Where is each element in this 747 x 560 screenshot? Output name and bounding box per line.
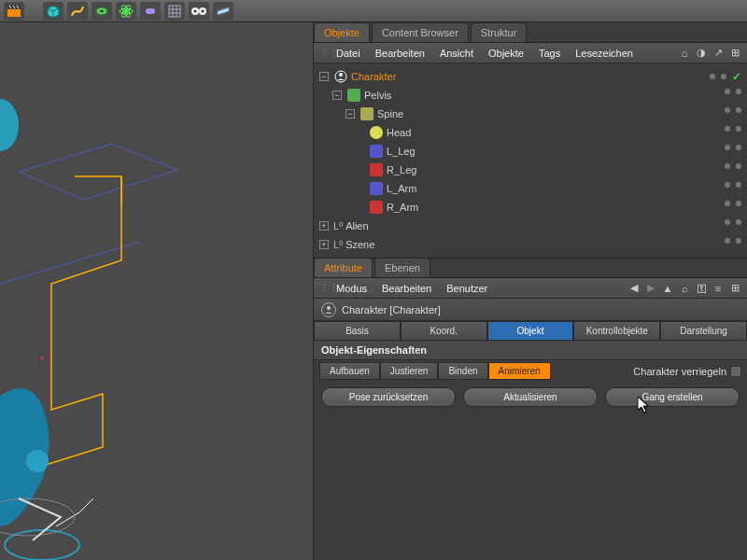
tab-darstellung[interactable]: Darstellung: [660, 321, 747, 341]
tree-label: Charakter: [351, 71, 719, 82]
subtab-animieren[interactable]: Animieren: [488, 362, 551, 380]
svg-point-10: [100, 9, 104, 12]
menu-icon[interactable]: ≡: [712, 282, 725, 295]
tree-scene[interactable]: + L⁰ Szene: [314, 235, 747, 254]
menu-tags[interactable]: Tags: [533, 46, 566, 61]
menu-edit[interactable]: Bearbeiten: [376, 281, 437, 296]
expand-icon[interactable]: +: [319, 240, 329, 249]
tree-label: Pelvis: [364, 90, 719, 101]
top-toolbar: [0, 0, 747, 22]
tree-l-arm[interactable]: L_Arm: [314, 179, 747, 198]
tree-label: Spine: [377, 108, 719, 119]
svg-rect-15: [146, 8, 155, 14]
menu-view[interactable]: Ansicht: [434, 46, 479, 61]
svg-point-38: [327, 306, 331, 310]
expand-icon[interactable]: ⊞: [728, 47, 741, 60]
object-header: Charakter [Charakter]: [314, 299, 747, 321]
bone-icon: [360, 107, 374, 120]
reset-pose-button[interactable]: Pose zurücksetzen: [321, 387, 456, 407]
svg-line-29: [56, 512, 79, 526]
tree-label: Szene: [345, 239, 719, 250]
create-walk-button[interactable]: Gang erstellen: [605, 387, 740, 407]
menu-edit[interactable]: Bearbeiten: [370, 46, 430, 61]
nav-up-icon[interactable]: ▲: [661, 282, 674, 295]
svg-point-33: [26, 450, 49, 472]
tab-content-browser[interactable]: Content Browser: [372, 22, 469, 42]
object-tabs: Basis Koord. Objekt Kontrollobjekte Dars…: [314, 321, 747, 341]
tree-l-leg[interactable]: L_Leg: [314, 142, 747, 161]
eyes-icon[interactable]: [189, 2, 209, 21]
tab-objekt[interactable]: Objekt: [487, 321, 574, 341]
attribute-menubar: ⋮⋮ Modus Bearbeiten Benutzer ◀ ▶ ▲ ⌕ ⚿ ≡…: [314, 278, 747, 299]
cube-icon[interactable]: [43, 2, 63, 21]
collapse-icon[interactable]: −: [345, 109, 355, 119]
subtab-aufbauen[interactable]: Aufbauen: [319, 362, 380, 380]
atom-icon[interactable]: [116, 2, 136, 21]
lock-icon[interactable]: ⚿: [695, 282, 708, 295]
tree-label: Head: [387, 127, 719, 138]
tab-kontrollobjekte[interactable]: Kontrollobjekte: [573, 321, 660, 341]
tree-label: R_Leg: [387, 164, 719, 175]
tree-spine[interactable]: − Spine: [314, 105, 747, 123]
character-icon: [321, 302, 336, 317]
menu-user[interactable]: Benutzer: [441, 281, 493, 296]
section-header: Objekt-Eigenschaften: [314, 341, 747, 360]
eye-icon[interactable]: ◑: [695, 47, 708, 60]
tree-character[interactable]: − Charakter ✓: [314, 67, 747, 86]
tab-koord[interactable]: Koord.: [401, 321, 487, 341]
svg-marker-26: [19, 144, 177, 200]
tab-structure[interactable]: Struktur: [471, 22, 528, 42]
tree-r-arm[interactable]: R_Arm: [314, 198, 747, 217]
tree-label: L_Arm: [387, 183, 719, 194]
object-subtabs: Aufbauen Justieren Binden Animieren Char…: [314, 360, 747, 382]
viewport-3d[interactable]: [0, 22, 314, 560]
tab-basis[interactable]: Basis: [314, 321, 401, 341]
arrow-icon[interactable]: ↗: [712, 47, 725, 60]
update-button[interactable]: Aktualisieren: [463, 387, 598, 407]
action-buttons: Pose zurücksetzen Aktualisieren Gang ers…: [314, 382, 747, 413]
clapper-icon[interactable]: [4, 2, 24, 21]
tab-layers[interactable]: Ebenen: [374, 258, 430, 277]
lock-checkbox[interactable]: [730, 366, 741, 377]
bone-icon: [370, 145, 383, 158]
collapse-icon[interactable]: −: [332, 91, 342, 100]
home-icon[interactable]: ⌂: [678, 47, 691, 60]
expand-icon[interactable]: ⊞: [728, 282, 741, 295]
curve-icon[interactable]: [67, 2, 88, 21]
menu-objects[interactable]: Objekte: [483, 46, 529, 61]
plane-icon[interactable]: [213, 2, 233, 21]
subtab-justieren[interactable]: Justieren: [380, 362, 439, 380]
nav-fwd-icon[interactable]: ▶: [644, 282, 657, 295]
object-title: Charakter [Charakter]: [342, 304, 441, 315]
search-icon[interactable]: ⌕: [678, 282, 691, 295]
tab-objects[interactable]: Objekte: [314, 22, 370, 42]
object-panel-tabs: Objekte Content Browser Struktur: [314, 22, 747, 43]
grip-icon: ⋮⋮: [319, 282, 327, 294]
menu-file[interactable]: Datei: [331, 46, 366, 61]
tree-alien[interactable]: + L⁰ Alien: [314, 217, 747, 235]
bone-icon: [347, 89, 360, 102]
svg-rect-0: [7, 9, 21, 17]
expand-icon[interactable]: +: [319, 221, 329, 231]
tree-label: R_Arm: [387, 202, 719, 213]
capsule-icon[interactable]: [140, 2, 161, 21]
tree-head[interactable]: Head: [314, 123, 747, 142]
tree-pelvis[interactable]: − Pelvis: [314, 86, 747, 105]
null-icon: L⁰: [333, 239, 343, 251]
tree-label: Alien: [345, 220, 719, 231]
svg-point-32: [0, 99, 19, 151]
grid-icon[interactable]: [164, 2, 185, 21]
torus-icon[interactable]: [92, 2, 112, 21]
menu-mode[interactable]: Modus: [331, 281, 373, 296]
grip-icon: ⋮⋮: [319, 47, 327, 59]
tree-r-leg[interactable]: R_Leg: [314, 161, 747, 179]
collapse-icon[interactable]: −: [319, 72, 329, 81]
menu-bookmarks[interactable]: Lesezeichen: [570, 46, 639, 61]
tree-label: L_Leg: [387, 146, 719, 157]
svg-point-37: [339, 73, 343, 77]
subtab-binden[interactable]: Binden: [438, 362, 487, 380]
bone-icon: [370, 163, 383, 176]
tab-attributes[interactable]: Attribute: [314, 258, 373, 277]
nav-back-icon[interactable]: ◀: [627, 282, 641, 295]
svg-rect-16: [169, 6, 180, 17]
